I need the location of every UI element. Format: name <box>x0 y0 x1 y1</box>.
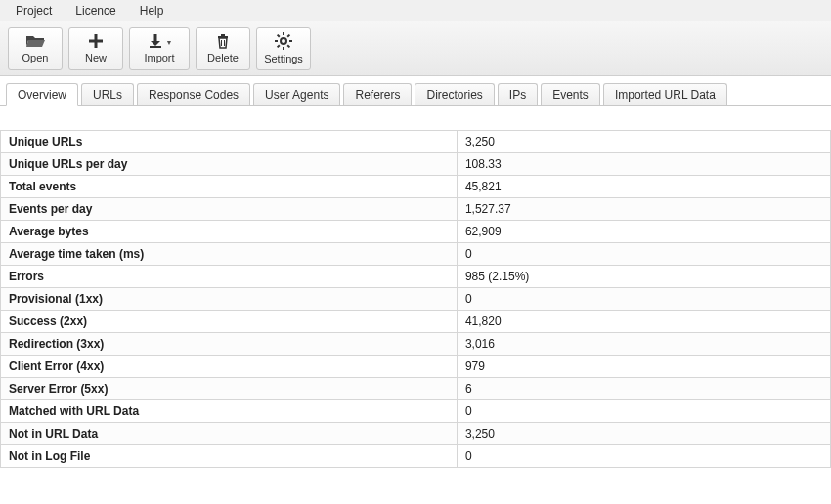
dropdown-caret-icon: ▼ <box>166 39 173 46</box>
metric-label: Unique URLs <box>1 131 458 153</box>
table-row: Total events45,821 <box>1 176 831 198</box>
tab-events[interactable]: Events <box>541 83 600 105</box>
folder-open-icon <box>25 33 45 52</box>
open-button[interactable]: Open <box>8 27 63 70</box>
gear-icon <box>275 32 292 53</box>
table-row: Not in URL Data3,250 <box>1 423 831 445</box>
tab-directories[interactable]: Directories <box>415 83 494 105</box>
svg-rect-3 <box>150 46 161 48</box>
metric-label: Errors <box>1 266 458 288</box>
table-row: Errors985 (2.15%) <box>1 266 831 288</box>
settings-button[interactable]: Settings <box>256 27 311 70</box>
metric-label: Events per day <box>1 198 458 221</box>
svg-point-8 <box>281 38 286 44</box>
overview-panel: Unique URLs3,250Unique URLs per day108.3… <box>0 106 831 504</box>
metric-value: 108.33 <box>457 153 830 176</box>
table-row: Average bytes62,909 <box>1 221 831 243</box>
table-row: Events per day1,527.37 <box>1 198 831 221</box>
table-row: Server Error (5xx)6 <box>1 378 831 400</box>
metric-value: 1,527.37 <box>457 198 830 221</box>
metric-value: 3,250 <box>457 423 830 445</box>
metric-label: Provisional (1xx) <box>1 288 458 311</box>
metric-label: Average bytes <box>1 221 458 243</box>
delete-button[interactable]: Delete <box>196 27 250 70</box>
tab-referers[interactable]: Referers <box>343 83 412 105</box>
svg-line-15 <box>278 45 280 47</box>
metric-value: 3,016 <box>457 333 830 356</box>
metric-label: Unique URLs per day <box>1 153 458 176</box>
svg-rect-5 <box>221 34 225 36</box>
metric-label: Total events <box>1 176 458 198</box>
metric-label: Redirection (3xx) <box>1 333 458 356</box>
table-row: Redirection (3xx)3,016 <box>1 333 831 356</box>
metric-value: 0 <box>457 400 830 423</box>
table-row: Matched with URL Data0 <box>1 400 831 423</box>
metric-label: Client Error (4xx) <box>1 356 458 378</box>
svg-rect-2 <box>153 34 156 41</box>
plus-icon <box>88 33 104 52</box>
metric-value: 45,821 <box>457 176 830 198</box>
metric-value: 0 <box>457 288 830 311</box>
metric-label: Server Error (5xx) <box>1 378 458 400</box>
toolbar: Open New ▼ Import <box>0 21 831 76</box>
table-row: Client Error (4xx)979 <box>1 356 831 378</box>
tab-overview[interactable]: Overview <box>6 83 78 106</box>
metric-value: 6 <box>457 378 830 400</box>
import-button[interactable]: ▼ Import <box>129 27 190 70</box>
svg-line-16 <box>287 35 289 37</box>
tab-user-agents[interactable]: User Agents <box>253 83 340 105</box>
metric-label: Not in URL Data <box>1 423 458 445</box>
tab-imported-url-data[interactable]: Imported URL Data <box>603 83 727 105</box>
table-row: Provisional (1xx)0 <box>1 288 831 311</box>
table-row: Unique URLs per day108.33 <box>1 153 831 176</box>
metric-value: 0 <box>457 243 830 266</box>
menu-help[interactable]: Help <box>130 2 174 20</box>
menu-licence[interactable]: Licence <box>66 2 125 20</box>
svg-line-13 <box>278 35 280 37</box>
table-row: Unique URLs3,250 <box>1 131 831 153</box>
metric-value: 985 (2.15%) <box>457 266 830 288</box>
table-row: Success (2xx)41,820 <box>1 311 831 333</box>
metric-value: 0 <box>457 445 830 468</box>
menubar: Project Licence Help <box>0 0 831 21</box>
tab-ips[interactable]: IPs <box>498 83 538 105</box>
open-label: Open <box>22 52 49 63</box>
metric-value: 979 <box>457 356 830 378</box>
menu-project[interactable]: Project <box>6 2 62 20</box>
download-icon <box>147 33 164 52</box>
new-button[interactable]: New <box>68 27 123 70</box>
tab-urls[interactable]: URLs <box>81 83 134 105</box>
new-label: New <box>85 52 107 63</box>
svg-line-14 <box>287 45 289 47</box>
svg-rect-1 <box>89 40 103 43</box>
tab-response-codes[interactable]: Response Codes <box>137 83 250 105</box>
import-label: Import <box>144 52 174 63</box>
delete-label: Delete <box>207 52 239 63</box>
metric-label: Matched with URL Data <box>1 400 458 423</box>
table-row: Not in Log File0 <box>1 445 831 468</box>
metric-label: Success (2xx) <box>1 311 458 333</box>
trash-icon <box>215 33 231 52</box>
table-row: Average time taken (ms)0 <box>1 243 831 266</box>
settings-label: Settings <box>264 53 303 64</box>
metric-value: 3,250 <box>457 131 830 153</box>
overview-table: Unique URLs3,250Unique URLs per day108.3… <box>0 130 831 468</box>
tabs-row: Overview URLs Response Codes User Agents… <box>0 76 831 106</box>
metric-value: 62,909 <box>457 221 830 243</box>
metric-label: Average time taken (ms) <box>1 243 458 266</box>
metric-label: Not in Log File <box>1 445 458 468</box>
metric-value: 41,820 <box>457 311 830 333</box>
